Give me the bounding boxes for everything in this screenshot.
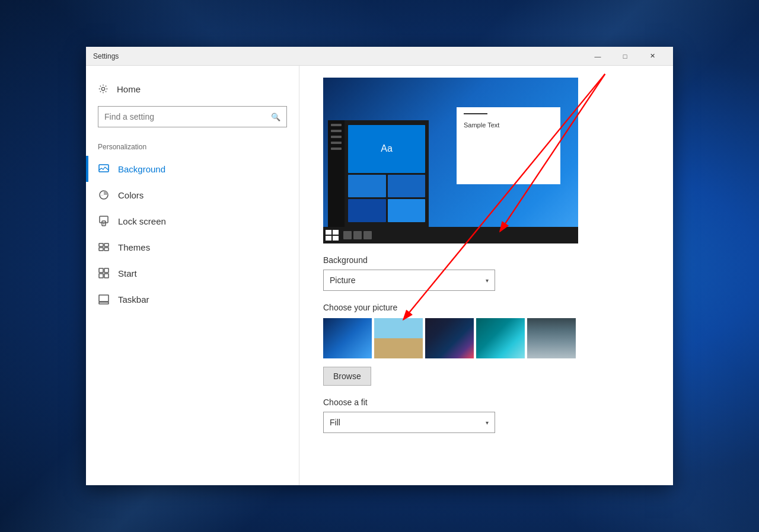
themes-icon: [98, 241, 110, 253]
picture-grid: [323, 318, 649, 358]
search-icon: 🔍: [271, 113, 280, 121]
sidebar-item-background[interactable]: Background: [86, 156, 299, 182]
preview-tile-sm4: [388, 199, 426, 222]
content-area: Aa Sample Text: [299, 66, 673, 485]
choose-fit-title: Choose a fit: [323, 398, 649, 407]
browse-button[interactable]: Browse: [323, 367, 371, 386]
svg-rect-3: [100, 216, 108, 223]
search-container: 🔍: [86, 100, 299, 133]
picture-thumb-4[interactable]: [476, 318, 525, 358]
preview-taskbar: [323, 227, 578, 243]
preview-startmenu: Aa: [328, 120, 429, 227]
settings-window: Settings — □ ✕ Home 🔍: [86, 47, 673, 485]
background-dropdown[interactable]: Picture ▾: [323, 270, 495, 291]
background-icon: [98, 163, 110, 175]
preview-desktop: Aa Sample Text: [323, 78, 578, 243]
background-label: Background: [118, 164, 165, 174]
preview-leftbar-item: [331, 148, 342, 150]
preview-leftbar-item: [331, 142, 342, 144]
preview-leftbar: [328, 120, 345, 227]
start-sq: [326, 230, 331, 235]
main-content: Home 🔍 Personalization Backg: [86, 66, 673, 485]
taskbar-icon-2: [353, 231, 362, 239]
titlebar: Settings — □ ✕: [86, 47, 673, 66]
themes-label: Themes: [118, 242, 150, 252]
svg-rect-11: [104, 268, 109, 273]
svg-rect-14: [99, 295, 109, 302]
preview-textbox-line: [464, 113, 487, 114]
colors-icon: [98, 189, 110, 201]
window-title: Settings: [93, 52, 584, 60]
sidebar-item-themes[interactable]: Themes: [86, 234, 299, 260]
picture-thumb-2[interactable]: [374, 318, 423, 358]
preview-tiles: Aa: [345, 120, 429, 227]
svg-rect-8: [99, 248, 103, 251]
dropdown-arrow-icon: ▾: [486, 277, 489, 284]
svg-rect-9: [104, 248, 109, 251]
svg-rect-13: [104, 274, 109, 278]
lockscreen-label: Lock screen: [118, 216, 166, 226]
preview-container: Aa Sample Text: [323, 78, 578, 243]
start-sq: [326, 236, 331, 241]
sidebar: Home 🔍 Personalization Backg: [86, 66, 299, 485]
start-label: Start: [118, 268, 137, 278]
preview-start-button: [326, 230, 339, 241]
preview-leftbar-item: [331, 130, 342, 132]
background-section-title: Background: [323, 255, 649, 265]
start-icon: [98, 267, 110, 279]
taskbar-icon-3: [363, 231, 372, 239]
taskbar-icon-1: [343, 231, 352, 239]
preview-textbox: Sample Text: [457, 107, 560, 184]
lock-screen-icon: [98, 215, 110, 227]
personalization-label: Personalization: [86, 140, 299, 156]
fit-dropdown[interactable]: Fill ▾: [323, 412, 495, 433]
sidebar-item-taskbar[interactable]: Taskbar: [86, 286, 299, 312]
start-sq: [333, 236, 339, 241]
preview-taskbar-icons: [343, 231, 372, 239]
maximize-button[interactable]: □: [611, 47, 639, 66]
colors-label: Colors: [118, 190, 143, 200]
choose-picture-title: Choose your picture: [323, 303, 649, 312]
window-controls: — □ ✕: [584, 47, 666, 66]
picture-thumb-5[interactable]: [527, 318, 576, 358]
preview-sample-text: Sample Text: [464, 121, 499, 129]
preview-tile-aa: Aa: [348, 125, 425, 173]
picture-thumb-3[interactable]: [425, 318, 474, 358]
sidebar-item-start[interactable]: Start: [86, 260, 299, 286]
taskbar-label: Taskbar: [118, 294, 149, 305]
preview-leftbar-item: [331, 136, 342, 138]
fit-dropdown-value: Fill: [330, 418, 340, 427]
svg-rect-6: [99, 243, 103, 246]
sidebar-item-home[interactable]: Home: [86, 78, 299, 100]
taskbar-icon: [98, 293, 110, 305]
preview-leftbar-item: [331, 124, 342, 126]
gear-icon: [98, 84, 109, 94]
svg-rect-15: [99, 302, 109, 304]
sidebar-item-lockscreen[interactable]: Lock screen: [86, 208, 299, 234]
minimize-button[interactable]: —: [584, 47, 611, 66]
preview-tile-sm3: [348, 199, 386, 222]
svg-point-0: [101, 87, 104, 90]
search-box: 🔍: [98, 106, 287, 127]
close-button[interactable]: ✕: [639, 47, 666, 66]
preview-tile-sm1: [348, 175, 386, 198]
fit-dropdown-arrow-icon: ▾: [486, 419, 489, 426]
svg-rect-10: [99, 268, 103, 273]
background-dropdown-value: Picture: [330, 275, 356, 285]
picture-thumb-1[interactable]: [323, 318, 372, 358]
svg-rect-12: [99, 274, 103, 278]
search-input[interactable]: [104, 112, 271, 121]
start-sq: [333, 230, 339, 235]
preview-tile-sm2: [388, 175, 426, 198]
sidebar-item-colors[interactable]: Colors: [86, 182, 299, 208]
svg-rect-7: [104, 243, 109, 246]
home-label: Home: [117, 84, 141, 94]
